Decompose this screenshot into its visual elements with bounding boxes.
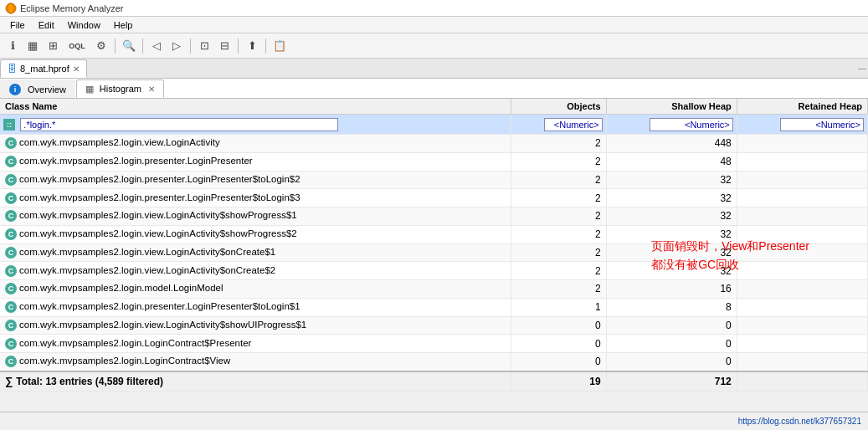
- table-row[interactable]: Ccom.wyk.mvpsamples2.login.LoginContract…: [0, 353, 868, 371]
- classname-cell: Ccom.wyk.mvpsamples2.login.view.LoginAct…: [0, 262, 511, 280]
- config-icon: ⚙: [96, 39, 106, 52]
- report-toolbar-btn[interactable]: 📋: [270, 37, 289, 55]
- total-row: ∑Total: 13 entries (4,589 filtered)19712: [0, 371, 868, 392]
- info-toolbar-btn[interactable]: ℹ: [3, 37, 22, 55]
- histogram-toolbar-btn[interactable]: ▦: [23, 37, 42, 55]
- menu-window[interactable]: Window: [61, 18, 107, 32]
- class-icon: C: [5, 356, 17, 367]
- oql-toolbar-btn[interactable]: OQL: [64, 37, 90, 55]
- subtab-histogram-close[interactable]: ✕: [148, 84, 155, 94]
- retained-cell: [737, 152, 867, 171]
- filter-objects-cell[interactable]: [511, 115, 607, 135]
- search-toolbar-btn[interactable]: 🔍: [120, 37, 138, 55]
- class-icon: C: [5, 192, 17, 204]
- filter-classname-cell[interactable]: ::: [0, 115, 511, 135]
- tab-8mat-icon: 🗄: [8, 64, 17, 74]
- export-icon: ⬆: [248, 39, 257, 52]
- nav-toolbar-btn[interactable]: ◁: [147, 37, 166, 55]
- classname-cell: Ccom.wyk.mvpsamples2.login.presenter.Log…: [0, 171, 511, 189]
- objects-cell: 0: [511, 353, 607, 371]
- menu-edit[interactable]: Edit: [32, 18, 61, 32]
- filter-class-icon: ::: [3, 119, 15, 131]
- menu-file[interactable]: File: [3, 18, 32, 32]
- layout-toolbar-btn[interactable]: ⊟: [215, 37, 234, 55]
- table-row[interactable]: Ccom.wyk.mvpsamples2.login.view.LoginAct…: [0, 135, 868, 153]
- toolbar-sep2: [142, 38, 143, 54]
- classname-cell: Ccom.wyk.mvpsamples2.login.LoginContract…: [0, 335, 511, 353]
- table-row[interactable]: Ccom.wyk.mvpsamples2.login.presenter.Log…: [0, 171, 868, 189]
- filter-retained-input[interactable]: [780, 118, 864, 131]
- subtab-histogram[interactable]: ▦ Histogram ✕: [76, 79, 164, 98]
- table-row[interactable]: Ccom.wyk.mvpsamples2.login.view.LoginAct…: [0, 225, 868, 243]
- table-row[interactable]: Ccom.wyk.mvpsamples2.login.view.LoginAct…: [0, 207, 868, 226]
- filter-shallow-cell[interactable]: [606, 115, 737, 135]
- classname-text: com.wyk.mvpsamples2.login.presenter.Logi…: [19, 301, 300, 311]
- oql-icon: OQL: [69, 42, 85, 50]
- table-row[interactable]: Ccom.wyk.mvpsamples2.login.view.LoginAct…: [0, 316, 868, 335]
- objects-cell: 2: [511, 280, 607, 299]
- shallow-cell: 32: [606, 207, 737, 226]
- col-header-retained[interactable]: Retained Heap: [737, 99, 867, 115]
- nav-icon: ◁: [152, 39, 161, 52]
- shallow-cell: 8: [606, 298, 737, 316]
- table-row[interactable]: Ccom.wyk.mvpsamples2.login.model.LoginMo…: [0, 280, 868, 299]
- nav2-toolbar-btn[interactable]: ▷: [167, 37, 186, 55]
- class-icon: C: [5, 301, 17, 313]
- tab-minimize-btn[interactable]: —: [858, 64, 868, 73]
- objects-cell: 2: [511, 171, 607, 189]
- table-row[interactable]: Ccom.wyk.mvpsamples2.login.LoginContract…: [0, 335, 868, 353]
- table-row[interactable]: Ccom.wyk.mvpsamples2.login.presenter.Log…: [0, 298, 868, 316]
- retained-cell: [737, 262, 867, 280]
- retained-cell: [737, 353, 867, 371]
- tab-8mat[interactable]: 🗄 8_mat.hprof ✕: [0, 59, 87, 78]
- menu-help[interactable]: Help: [107, 18, 140, 32]
- class-icon: C: [5, 247, 17, 259]
- shallow-cell: 448: [606, 135, 737, 153]
- filter-shallow-input[interactable]: [650, 118, 733, 131]
- table-row[interactable]: Ccom.wyk.mvpsamples2.login.view.LoginAct…: [0, 243, 868, 262]
- objects-cell: 2: [511, 207, 607, 226]
- shallow-cell: 32: [606, 262, 737, 280]
- objects-cell: 2: [511, 262, 607, 280]
- class-icon: C: [5, 137, 17, 149]
- retained-cell: [737, 316, 867, 335]
- dominator-toolbar-btn[interactable]: ⊞: [44, 37, 62, 55]
- sum-icon: ∑: [5, 375, 13, 387]
- shallow-cell: 16: [606, 280, 737, 299]
- shallow-cell: 0: [606, 335, 737, 353]
- eclipse-icon: [5, 3, 17, 14]
- col-header-objects[interactable]: Objects: [511, 99, 607, 115]
- col-header-shallow[interactable]: Shallow Heap: [606, 99, 737, 115]
- classname-cell: Ccom.wyk.mvpsamples2.login.model.LoginMo…: [0, 280, 511, 299]
- total-text: Total: 13 entries (4,589 filtered): [16, 376, 163, 387]
- filter-row[interactable]: ::: [0, 115, 868, 135]
- table-row[interactable]: Ccom.wyk.mvpsamples2.login.presenter.Log…: [0, 189, 868, 207]
- filter-retained-cell[interactable]: [737, 115, 867, 135]
- status-right: https://blog.csdn.net/k377657321: [738, 417, 861, 426]
- main-area: Class Name Objects Shallow Heap Retained…: [0, 99, 868, 392]
- filter-objects-input[interactable]: [544, 118, 603, 131]
- filter-classname-input[interactable]: [20, 118, 338, 131]
- tab-8mat-close[interactable]: ✕: [73, 64, 80, 74]
- classname-text: com.wyk.mvpsamples2.login.LoginContract$…: [19, 356, 230, 366]
- config-toolbar-btn[interactable]: ⚙: [92, 37, 110, 55]
- histogram-icon: ▦: [28, 39, 38, 52]
- window-toolbar-btn[interactable]: ⊡: [195, 37, 213, 55]
- subtab-overview[interactable]: i Overview: [0, 79, 75, 98]
- classname-text: com.wyk.mvpsamples2.login.view.LoginActi…: [19, 265, 275, 275]
- retained-cell: [737, 243, 867, 262]
- objects-cell: 2: [511, 189, 607, 207]
- col-header-classname[interactable]: Class Name: [0, 99, 511, 115]
- window-icon: ⊡: [200, 39, 209, 52]
- histogram-tab-icon: ▦: [85, 84, 94, 95]
- retained-cell: [737, 280, 867, 299]
- table-row[interactable]: Ccom.wyk.mvpsamples2.login.presenter.Log…: [0, 152, 868, 171]
- classname-cell: Ccom.wyk.mvpsamples2.login.view.LoginAct…: [0, 316, 511, 335]
- classname-cell: Ccom.wyk.mvpsamples2.login.presenter.Log…: [0, 152, 511, 171]
- toolbar-sep1: [115, 38, 116, 54]
- tab-bar: 🗄 8_mat.hprof ✕ —: [0, 59, 868, 79]
- export-toolbar-btn[interactable]: ⬆: [243, 37, 261, 55]
- table-row[interactable]: Ccom.wyk.mvpsamples2.login.view.LoginAct…: [0, 262, 868, 280]
- toolbar-sep5: [265, 38, 266, 54]
- classname-text: com.wyk.mvpsamples2.login.view.LoginActi…: [19, 137, 220, 147]
